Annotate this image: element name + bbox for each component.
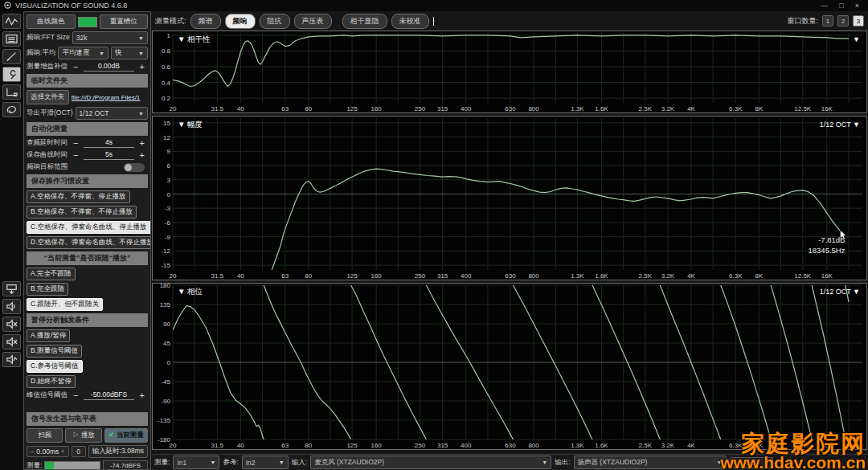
svg-text:-45: -45: [161, 378, 170, 386]
sweep-delay-label: 查频延时时间: [27, 138, 68, 148]
list-tool-button[interactable]: [2, 31, 21, 47]
window-count-2-button[interactable]: 2: [837, 15, 849, 27]
threshold-value[interactable]: -50.00dBFS: [84, 390, 133, 400]
follow-option-b[interactable]: B.完全跟随: [27, 283, 68, 296]
mode-label: 测量模式:: [155, 16, 186, 27]
speaker-meter-tool-button[interactable]: [2, 352, 21, 367]
follow-option-c[interactable]: C.跟随开、但不跟随关: [27, 298, 103, 311]
input-device-select[interactable]: 麦克风 (XTZAUDIO2P)▼: [310, 456, 551, 469]
avg-speed-value: 快: [115, 48, 122, 58]
save-habit-option-d[interactable]: D.空格保存、弹窗命名曲线、不停止播放: [27, 236, 151, 249]
sweep-delay-value[interactable]: 4s: [84, 138, 133, 148]
svg-text:▼ 幅度: ▼ 幅度: [178, 120, 203, 129]
chevron-down-icon: ▼: [99, 51, 104, 56]
reset-slot-button[interactable]: 重置槽位: [100, 14, 149, 29]
speaker-mute2-tool-button[interactable]: [2, 334, 21, 349]
delay-zero-box[interactable]: 0: [72, 446, 86, 457]
mode-impedance-button[interactable]: 阻抗: [260, 14, 290, 29]
loop-tool-button[interactable]: [2, 102, 21, 117]
gain-value[interactable]: 0.00dB: [84, 62, 133, 72]
mode-spectrum-button[interactable]: 频谱: [190, 14, 221, 29]
target-range-toggle[interactable]: [124, 163, 145, 172]
pause-option-d[interactable]: D.始终不暂停: [27, 375, 76, 388]
save-habit-option-c[interactable]: C.空格保存、弹窗命名曲线、停止播放: [27, 221, 151, 234]
calibration-status-button[interactable]: 未校准: [391, 14, 429, 29]
threshold-plus-button[interactable]: +: [137, 390, 148, 400]
svg-text:31.5: 31.5: [211, 105, 224, 112]
save-habit-option-b[interactable]: B.空格保存、不弹窗、不停止播放: [27, 206, 137, 219]
curve-color-swatch[interactable]: [78, 17, 97, 27]
save-curve-plus-button[interactable]: +: [137, 150, 148, 160]
save-curve-value[interactable]: 5s: [84, 150, 133, 160]
sweep-button[interactable]: 扫频: [27, 428, 63, 443]
mode-spl-button[interactable]: 声压表: [294, 14, 332, 29]
node-icon: [5, 87, 18, 97]
avg-speed-select[interactable]: 快 ▼: [111, 47, 148, 59]
svg-text:125: 125: [346, 272, 358, 280]
svg-text:40: 40: [237, 272, 244, 280]
chevron-down-icon: ▼: [279, 460, 285, 465]
svg-text:31.5: 31.5: [211, 442, 224, 449]
svg-text:▼: ▼: [853, 35, 860, 43]
sweep-delay-plus-button[interactable]: +: [137, 138, 148, 148]
threshold-minus-button[interactable]: −: [70, 390, 81, 400]
text-cursor: [433, 17, 434, 26]
speaker-mute-icon: [5, 319, 18, 329]
coherence-visibility-button[interactable]: 相干显隐: [342, 14, 387, 29]
pause-option-b[interactable]: B.测量信号阈值: [27, 345, 82, 358]
phase-chart-panel[interactable]: 2031.54063801251602503154006308001.3K1.6…: [152, 283, 867, 450]
reference-channel-select[interactable]: In2▼: [242, 456, 289, 469]
magnitude-chart-panel[interactable]: 2031.54063801251602503154006308001.3K1.6…: [152, 116, 867, 280]
curve-color-button[interactable]: 曲线颜色: [27, 14, 76, 29]
gain-comp-label: 测量增益补偿: [27, 62, 68, 72]
minimize-button[interactable]: —: [821, 2, 828, 10]
svg-text:1.6K: 1.6K: [595, 105, 608, 112]
svg-text:160: 160: [371, 442, 382, 449]
speaker-tool-button[interactable]: [2, 299, 21, 314]
maximize-button[interactable]: □: [839, 2, 843, 10]
avg-mode-select[interactable]: 平均速度 ▼: [58, 47, 108, 59]
export-tool-button[interactable]: [2, 281, 21, 296]
svg-text:16K: 16K: [821, 442, 833, 449]
top-toolbar: 测量模式: 频谱 频响 阻抗 声压表 相干显隐 未校准 窗口数量: 1 2 3: [152, 11, 867, 31]
pause-option-a[interactable]: A.播放/暂停: [27, 329, 70, 342]
play-button[interactable]: ▷ 播放: [65, 428, 101, 443]
export-smooth-select[interactable]: 1/12 OCT ▼: [76, 107, 148, 120]
svg-text:3: 3: [167, 177, 171, 184]
wrench-tool-button[interactable]: [2, 67, 21, 82]
coherence-chart-panel[interactable]: 2031.54063801251602503154006308001.3K1.6…: [152, 31, 867, 113]
speaker-mute2-icon: [5, 337, 18, 347]
svg-text:0.8: 0.8: [162, 47, 171, 55]
measure-level-meter: [44, 461, 100, 470]
window-count-1-button[interactable]: 1: [822, 15, 833, 27]
svg-text:12.5K: 12.5K: [794, 272, 812, 280]
save-curve-minus-button[interactable]: −: [70, 150, 81, 160]
gain-plus-button[interactable]: +: [137, 62, 148, 72]
gain-minus-button[interactable]: −: [70, 62, 81, 72]
measure-meter-label: 测量:: [27, 461, 42, 470]
save-habit-option-a[interactable]: A.空格保存、不弹窗、停止播放: [27, 190, 130, 203]
output-channels-box[interactable]: 1,2: [730, 457, 773, 468]
node-tool-button[interactable]: [2, 84, 21, 100]
automation-header: 自动化测量: [27, 122, 148, 136]
bb-output-label: 输出:: [555, 458, 570, 468]
folder-path-link[interactable]: file:///D:/Program Files/1: [72, 94, 149, 101]
sweep-delay-minus-button[interactable]: −: [70, 138, 81, 148]
close-button[interactable]: ×: [855, 2, 859, 10]
svg-text:800: 800: [528, 442, 539, 449]
choose-folder-button[interactable]: 选择文件夹: [27, 90, 69, 104]
curve-tool-button[interactable]: [2, 14, 21, 29]
temp-folder-header: 临时文件夹: [27, 74, 148, 88]
window-count-3-button[interactable]: 3: [853, 15, 864, 27]
current-measure-button[interactable]: ✔ 当前测量: [104, 428, 148, 443]
output-delay-stepper[interactable]: − 0.00ms +: [27, 446, 69, 457]
follow-option-a[interactable]: A.完全不跟随: [27, 268, 76, 280]
pause-option-c[interactable]: C.参考信号阈值: [27, 360, 83, 373]
pen-tool-button[interactable]: [2, 49, 21, 64]
output-device-select[interactable]: 扬声器 (XTZAUDIO2P)▼: [574, 456, 727, 469]
svg-text:1.6K: 1.6K: [595, 272, 608, 280]
speaker-mute-tool-button[interactable]: [2, 317, 21, 332]
measure-channel-select[interactable]: In1▼: [173, 456, 219, 469]
mode-freq-response-button[interactable]: 频响: [225, 14, 256, 29]
fft-size-select[interactable]: 32k ▼: [72, 31, 148, 44]
